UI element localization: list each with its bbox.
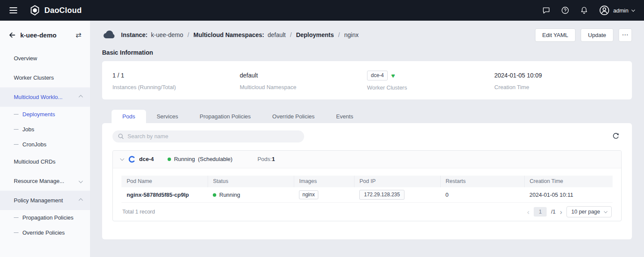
breadcrumb-namespace-value[interactable]: default	[268, 31, 286, 38]
basic-information-heading: Basic Information	[102, 49, 632, 56]
total-records-label: Total 1 record	[122, 209, 155, 215]
page: DaoCloud	[0, 0, 644, 257]
brand: DaoCloud	[29, 5, 82, 16]
sidebar-item-override-policies[interactable]: Override Policies	[0, 225, 90, 240]
breadcrumb: Instance: k-uee-demo / Multicloud Namesp…	[121, 31, 358, 38]
pod-name-cell[interactable]: nginx-5878fd5f85-cp9lp	[121, 187, 208, 203]
brand-name: DaoCloud	[44, 6, 82, 15]
col-status: Status	[208, 176, 294, 187]
notifications-bell-icon[interactable]	[580, 6, 588, 15]
switch-instance-icon[interactable]: ⇄	[76, 32, 81, 39]
search-input[interactable]	[128, 133, 299, 139]
namespace-value: default	[240, 71, 367, 80]
dash-icon	[14, 232, 19, 233]
cluster-name: dce-4	[139, 156, 154, 162]
help-icon[interactable]	[561, 6, 569, 15]
col-pod-ip: Pod IP	[354, 176, 440, 187]
instances-value: 1 / 1	[112, 71, 240, 80]
chevron-down-icon	[604, 210, 607, 213]
daocloud-logo-icon	[29, 5, 40, 16]
update-button[interactable]: Update	[581, 28, 613, 42]
chevron-down-icon	[79, 179, 83, 183]
table-row[interactable]: nginx-5878fd5f85-cp9lp Running nginx 17	[121, 187, 613, 203]
cluster-tag[interactable]: dce-4	[367, 71, 388, 81]
cluster-group-header[interactable]: dce-4 Running (Schedulable) Pods:1	[113, 151, 621, 168]
pods-panel: dce-4 Running (Schedulable) Pods:1	[102, 123, 632, 240]
refresh-icon[interactable]	[612, 132, 622, 140]
next-page-icon[interactable]: ›	[560, 208, 563, 216]
avatar-icon	[599, 5, 610, 16]
basic-information-card: 1 / 1 Instances (Running/Total) default …	[102, 61, 632, 99]
info-namespace: default Multicloud Namespace	[240, 71, 367, 91]
cluster-schedulable-text: (Schedulable)	[198, 156, 232, 162]
cluster-group: dce-4 Running (Schedulable) Pods:1	[112, 150, 622, 222]
breadcrumb-deployments[interactable]: Deployments	[296, 31, 334, 38]
search-box	[112, 130, 304, 142]
chat-icon[interactable]	[542, 6, 551, 15]
sidebar-item-deployments[interactable]: Deployments	[0, 107, 90, 122]
page-size-select[interactable]: 10 per page	[566, 206, 612, 217]
pod-ip-tag[interactable]: 172.29.128.235	[359, 190, 404, 200]
pod-status-cell: Running	[219, 192, 240, 198]
info-worker-clusters: dce-4 ♥ Worker Clusters	[367, 71, 495, 91]
sidebar-item-overview[interactable]: Overview	[0, 49, 90, 68]
sidebar-item-multicloud-crds[interactable]: Multicloud CRDs	[0, 152, 90, 171]
cloud-icon	[102, 28, 116, 42]
cluster-status-text: Running	[174, 156, 195, 162]
status-dot-icon	[168, 158, 171, 161]
detail-tabs: Pods Services Propagation Policies Overr…	[102, 110, 632, 123]
edit-yaml-button[interactable]: Edit YAML	[535, 28, 576, 42]
status-dot-icon	[213, 193, 216, 197]
info-instances: 1 / 1 Instances (Running/Total)	[112, 71, 240, 91]
page-total-label: /1	[551, 209, 555, 215]
dash-icon	[14, 129, 19, 130]
col-creation-time: Creation Time	[524, 176, 613, 187]
sidebar-item-resource-management[interactable]: Resource Manage...	[0, 171, 90, 191]
sidebar-item-worker-clusters[interactable]: Worker Clusters	[0, 68, 90, 87]
health-heart-icon: ♥	[391, 72, 395, 79]
tab-propagation-policies[interactable]: Propagation Policies	[189, 110, 262, 123]
prev-page-icon[interactable]: ‹	[527, 208, 529, 216]
username-label: admin	[613, 7, 628, 14]
more-actions-button[interactable]: ⋯	[619, 28, 632, 42]
pod-creation-time-cell: 2024-01-05 10:11	[524, 187, 613, 203]
namespace-label: Multicloud Namespace	[240, 84, 367, 90]
tab-pods[interactable]: Pods	[112, 110, 146, 123]
worker-clusters-label: Worker Clusters	[367, 84, 495, 91]
tab-override-policies[interactable]: Override Policies	[261, 110, 325, 123]
dash-icon	[14, 144, 19, 145]
user-menu[interactable]: admin	[599, 5, 635, 16]
cluster-pods-count: Pods:1	[258, 156, 275, 162]
creation-time-value: 2024-01-05 10:09	[495, 71, 622, 80]
pagination: ‹ 1 /1 › 10 per page	[527, 206, 612, 217]
page-input[interactable]: 1	[534, 207, 547, 217]
tab-events[interactable]: Events	[325, 110, 364, 123]
pod-restarts-cell: 0	[440, 187, 524, 203]
breadcrumb-instance-label: Instance:	[121, 31, 147, 38]
col-pod-name: Pod Name	[121, 176, 208, 187]
hamburger-menu-icon[interactable]	[9, 7, 17, 13]
sidebar-item-multicloud-workloads[interactable]: Multicloud Worklo...	[0, 87, 90, 107]
sidebar-item-cronjobs[interactable]: CronJobs	[0, 137, 90, 152]
pods-table: Pod Name Status Images Pod IP Restarts C…	[121, 176, 613, 203]
sidebar-item-jobs[interactable]: Jobs	[0, 122, 90, 137]
breadcrumb-namespace-label: Multicloud Namespaces:	[193, 31, 264, 38]
pod-image-tag[interactable]: nginx	[299, 190, 318, 199]
back-arrow-icon[interactable]	[8, 31, 16, 39]
collapse-chevron-down-icon[interactable]	[120, 156, 124, 161]
topbar: DaoCloud	[0, 0, 644, 21]
col-images: Images	[294, 176, 354, 187]
search-icon	[118, 133, 124, 139]
col-restarts: Restarts	[440, 176, 524, 187]
user-chevron-down-icon	[632, 8, 635, 11]
breadcrumb-resource: nginx	[344, 31, 358, 38]
sidebar-item-propagation-policies[interactable]: Propagation Policies	[0, 210, 90, 225]
table-footer: Total 1 record ‹ 1 /1 › 10 per page	[121, 203, 613, 221]
instances-label: Instances (Running/Total)	[112, 84, 240, 90]
tab-services[interactable]: Services	[146, 110, 189, 123]
dash-icon	[14, 114, 19, 115]
sidebar-item-policy-management[interactable]: Policy Management	[0, 191, 90, 210]
chevron-up-icon	[79, 198, 83, 203]
creation-time-label: Creation Time	[495, 84, 622, 90]
breadcrumb-instance-value[interactable]: k-uee-demo	[151, 31, 183, 38]
